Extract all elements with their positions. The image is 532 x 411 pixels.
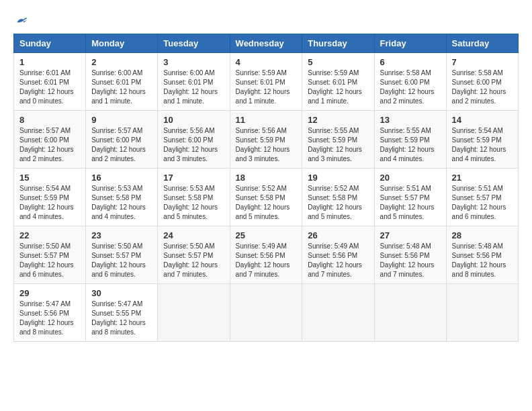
day-info: Sunrise: 5:56 AM Sunset: 6:00 PM Dayligh… [163,126,224,164]
calendar-week-2: 8Sunrise: 5:57 AM Sunset: 6:00 PM Daylig… [14,111,519,169]
day-header-saturday: Saturday [446,34,518,53]
calendar-cell: 27Sunrise: 5:48 AM Sunset: 5:56 PM Dayli… [374,226,446,284]
logo [13,13,30,27]
day-number: 17 [163,173,224,183]
day-info: Sunrise: 6:00 AM Sunset: 6:01 PM Dayligh… [163,68,224,106]
calendar-cell: 22Sunrise: 5:50 AM Sunset: 5:57 PM Dayli… [14,226,86,284]
day-info: Sunrise: 5:50 AM Sunset: 5:57 PM Dayligh… [91,242,152,279]
calendar-header-row: SundayMondayTuesdayWednesdayThursdayFrid… [14,34,519,53]
day-number: 3 [163,57,224,67]
day-info: Sunrise: 5:49 AM Sunset: 5:56 PM Dayligh… [308,242,368,279]
calendar-cell: 29Sunrise: 5:47 AM Sunset: 5:56 PM Dayli… [14,284,86,342]
day-number: 2 [91,57,152,67]
day-info: Sunrise: 5:55 AM Sunset: 5:59 PM Dayligh… [308,126,368,164]
day-info: Sunrise: 5:54 AM Sunset: 5:59 PM Dayligh… [452,126,513,164]
day-header-monday: Monday [86,34,158,53]
calendar-cell: 4Sunrise: 5:59 AM Sunset: 6:01 PM Daylig… [230,53,302,111]
day-info: Sunrise: 5:56 AM Sunset: 5:59 PM Dayligh… [236,126,297,164]
day-info: Sunrise: 5:51 AM Sunset: 5:57 PM Dayligh… [452,184,513,222]
day-number: 19 [308,173,368,183]
day-header-thursday: Thursday [302,34,374,53]
day-number: 30 [91,288,152,298]
day-number: 9 [91,115,152,125]
calendar-cell [230,284,302,342]
calendar-cell: 7Sunrise: 5:58 AM Sunset: 6:00 PM Daylig… [446,53,518,111]
day-info: Sunrise: 5:57 AM Sunset: 6:00 PM Dayligh… [19,126,80,164]
calendar-cell: 5Sunrise: 5:59 AM Sunset: 6:01 PM Daylig… [302,53,374,111]
day-info: Sunrise: 5:51 AM Sunset: 5:57 PM Dayligh… [380,184,441,222]
calendar-cell: 23Sunrise: 5:50 AM Sunset: 5:57 PM Dayli… [86,226,158,284]
calendar-cell: 10Sunrise: 5:56 AM Sunset: 6:00 PM Dayli… [158,111,230,169]
day-info: Sunrise: 5:49 AM Sunset: 5:56 PM Dayligh… [236,242,297,279]
calendar-cell: 18Sunrise: 5:52 AM Sunset: 5:58 PM Dayli… [230,169,302,226]
logo-bird-icon [15,13,28,27]
day-number: 1 [19,57,80,67]
calendar-cell: 11Sunrise: 5:56 AM Sunset: 5:59 PM Dayli… [230,111,302,169]
day-info: Sunrise: 6:00 AM Sunset: 6:01 PM Dayligh… [91,68,152,106]
day-number: 27 [380,230,441,240]
day-number: 21 [452,173,513,183]
day-info: Sunrise: 5:58 AM Sunset: 6:00 PM Dayligh… [380,68,441,106]
day-info: Sunrise: 5:53 AM Sunset: 5:58 PM Dayligh… [91,184,152,222]
calendar-cell: 19Sunrise: 5:52 AM Sunset: 5:58 PM Dayli… [302,169,374,226]
day-number: 7 [452,57,513,67]
calendar-cell: 17Sunrise: 5:53 AM Sunset: 5:58 PM Dayli… [158,169,230,226]
calendar-cell: 30Sunrise: 5:47 AM Sunset: 5:55 PM Dayli… [86,284,158,342]
day-info: Sunrise: 5:47 AM Sunset: 5:56 PM Dayligh… [19,300,80,337]
day-info: Sunrise: 5:50 AM Sunset: 5:57 PM Dayligh… [19,242,80,279]
day-info: Sunrise: 5:53 AM Sunset: 5:58 PM Dayligh… [163,184,224,222]
calendar-week-4: 22Sunrise: 5:50 AM Sunset: 5:57 PM Dayli… [14,226,519,284]
day-info: Sunrise: 5:48 AM Sunset: 5:56 PM Dayligh… [452,242,513,279]
day-number: 25 [236,230,297,240]
day-info: Sunrise: 5:52 AM Sunset: 5:58 PM Dayligh… [236,184,297,222]
day-number: 6 [380,57,441,67]
day-header-tuesday: Tuesday [158,34,230,53]
calendar-table: SundayMondayTuesdayWednesdayThursdayFrid… [13,34,519,342]
calendar-week-1: 1Sunrise: 6:01 AM Sunset: 6:01 PM Daylig… [14,53,519,111]
day-number: 18 [236,173,297,183]
calendar-cell: 9Sunrise: 5:57 AM Sunset: 6:00 PM Daylig… [86,111,158,169]
day-number: 5 [308,57,368,67]
calendar-cell: 8Sunrise: 5:57 AM Sunset: 6:00 PM Daylig… [14,111,86,169]
day-number: 10 [163,115,224,125]
calendar-cell: 6Sunrise: 5:58 AM Sunset: 6:00 PM Daylig… [374,53,446,111]
day-info: Sunrise: 5:48 AM Sunset: 5:56 PM Dayligh… [380,242,441,279]
day-number: 15 [19,173,80,183]
calendar-cell: 13Sunrise: 5:55 AM Sunset: 5:59 PM Dayli… [374,111,446,169]
day-number: 24 [163,230,224,240]
day-number: 22 [19,230,80,240]
day-number: 13 [380,115,441,125]
day-info: Sunrise: 5:59 AM Sunset: 6:01 PM Dayligh… [236,68,297,106]
day-info: Sunrise: 5:50 AM Sunset: 5:57 PM Dayligh… [163,242,224,279]
day-number: 29 [19,288,80,298]
calendar-cell: 16Sunrise: 5:53 AM Sunset: 5:58 PM Dayli… [86,169,158,226]
day-number: 11 [236,115,297,125]
day-header-sunday: Sunday [14,34,86,53]
day-number: 16 [91,173,152,183]
calendar-week-5: 29Sunrise: 5:47 AM Sunset: 5:56 PM Dayli… [14,284,519,342]
calendar-cell [374,284,446,342]
day-info: Sunrise: 5:52 AM Sunset: 5:58 PM Dayligh… [308,184,368,222]
calendar-cell [446,284,518,342]
calendar-cell: 25Sunrise: 5:49 AM Sunset: 5:56 PM Dayli… [230,226,302,284]
day-info: Sunrise: 5:55 AM Sunset: 5:59 PM Dayligh… [380,126,441,164]
day-number: 14 [452,115,513,125]
day-header-wednesday: Wednesday [230,34,302,53]
calendar-cell: 20Sunrise: 5:51 AM Sunset: 5:57 PM Dayli… [374,169,446,226]
calendar-cell: 3Sunrise: 6:00 AM Sunset: 6:01 PM Daylig… [158,53,230,111]
calendar-cell: 14Sunrise: 5:54 AM Sunset: 5:59 PM Dayli… [446,111,518,169]
calendar-cell: 24Sunrise: 5:50 AM Sunset: 5:57 PM Dayli… [158,226,230,284]
day-info: Sunrise: 6:01 AM Sunset: 6:01 PM Dayligh… [19,68,80,106]
day-header-friday: Friday [374,34,446,53]
day-info: Sunrise: 5:54 AM Sunset: 5:59 PM Dayligh… [19,184,80,222]
day-number: 20 [380,173,441,183]
calendar-cell: 2Sunrise: 6:00 AM Sunset: 6:01 PM Daylig… [86,53,158,111]
day-number: 28 [452,230,513,240]
day-info: Sunrise: 5:59 AM Sunset: 6:01 PM Dayligh… [308,68,368,106]
day-number: 23 [91,230,152,240]
day-info: Sunrise: 5:58 AM Sunset: 6:00 PM Dayligh… [452,68,513,106]
header [13,13,519,27]
calendar-cell: 28Sunrise: 5:48 AM Sunset: 5:56 PM Dayli… [446,226,518,284]
day-info: Sunrise: 5:47 AM Sunset: 5:55 PM Dayligh… [91,300,152,337]
calendar-cell: 1Sunrise: 6:01 AM Sunset: 6:01 PM Daylig… [14,53,86,111]
